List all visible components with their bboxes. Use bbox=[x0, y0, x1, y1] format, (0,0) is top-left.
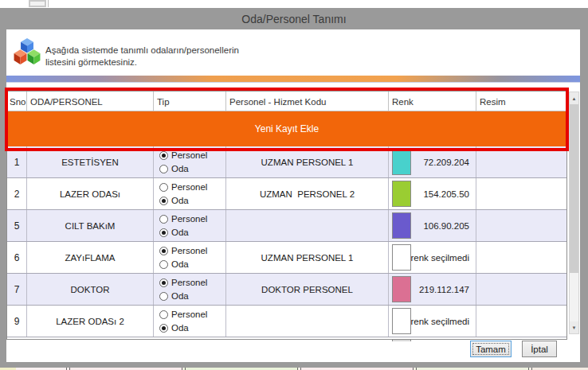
scrollbar-up-button[interactable]: ▲ bbox=[570, 92, 578, 104]
add-new-record-label: Yeni Kayıt Ekle bbox=[255, 123, 319, 134]
radio-label: Personel bbox=[171, 214, 207, 224]
tip-option-oda[interactable]: Oda bbox=[159, 290, 189, 302]
table-row[interactable]: 1ESTETİSYENPersonelOdaUZMAN PERSONEL 172… bbox=[7, 146, 566, 178]
cell-oda-personel: LAZER ODASı 2 bbox=[27, 306, 154, 337]
color-value-label: 72.209.204 bbox=[423, 158, 469, 167]
dialog-border-left bbox=[0, 29, 6, 368]
table-row[interactable]: 9LAZER ODASı 2PersonelOdarenk seçilmedi bbox=[7, 306, 566, 337]
cell-sno: 5 bbox=[7, 210, 27, 241]
cell-sno: 7 bbox=[7, 274, 27, 305]
cell-resim bbox=[476, 210, 568, 241]
cell-sno: 2 bbox=[7, 178, 27, 209]
radio-label: Oda bbox=[171, 196, 189, 205]
color-swatch[interactable] bbox=[392, 181, 411, 207]
color-value-label: 106.90.205 bbox=[423, 221, 469, 231]
radio-oda[interactable] bbox=[159, 165, 168, 173]
radio-label: Personel bbox=[171, 310, 207, 319]
radio-label: Oda bbox=[171, 259, 189, 269]
cell-hizmet-kodu: DOKTOR PERSONEL bbox=[226, 274, 389, 305]
radio-personel[interactable] bbox=[159, 151, 168, 160]
add-new-record-button[interactable]: Yeni Kayıt Ekle bbox=[7, 111, 566, 146]
dialog-title: Oda/Personel Tanımı bbox=[241, 13, 346, 25]
header-gradient-divider bbox=[6, 76, 580, 83]
radio-oda[interactable] bbox=[159, 292, 168, 301]
radio-label: Personel bbox=[171, 182, 207, 192]
cubes-icon bbox=[13, 37, 41, 66]
cell-hizmet-kodu: UZMAN PERSONEL 1 bbox=[226, 146, 389, 177]
radio-personel[interactable] bbox=[159, 247, 168, 255]
cell-resim bbox=[476, 306, 568, 337]
radio-oda[interactable] bbox=[159, 228, 168, 237]
radio-label: Personel bbox=[171, 150, 207, 160]
cell-tip: PersonelOda bbox=[154, 210, 226, 241]
radio-label: Oda bbox=[171, 228, 189, 237]
background-window-line bbox=[48, 0, 49, 7]
cancel-button-label: İptal bbox=[531, 345, 548, 354]
cell-renk: 154.205.50 bbox=[389, 178, 476, 209]
dialog-description: Aşağıda sistemde tanımlı odaların/person… bbox=[45, 45, 239, 68]
radio-personel[interactable] bbox=[159, 215, 168, 224]
column-header-sno: Sno bbox=[7, 92, 27, 111]
radio-oda[interactable] bbox=[159, 260, 168, 269]
background-window-fragment bbox=[29, 0, 46, 7]
tip-option-oda[interactable]: Oda bbox=[159, 163, 189, 175]
radio-label: Personel bbox=[171, 278, 207, 287]
room-personnel-table: Sno ODA/PERSONEL Tip Personel - Hizmet K… bbox=[6, 91, 567, 340]
radio-personel[interactable] bbox=[159, 183, 168, 192]
scrollbar-thumb[interactable] bbox=[570, 104, 578, 273]
color-swatch[interactable] bbox=[392, 212, 411, 239]
color-value-label: 154.205.50 bbox=[423, 189, 469, 199]
radio-personel[interactable] bbox=[159, 310, 168, 319]
radio-personel[interactable] bbox=[159, 278, 168, 287]
dialog-border-bottom bbox=[0, 362, 588, 368]
tip-option-personel[interactable]: Personel bbox=[159, 213, 207, 225]
cell-hizmet-kodu: UZMAN PERSONEL 2 bbox=[226, 178, 389, 209]
cell-renk: 219.112.147 bbox=[389, 274, 476, 305]
cell-tip: PersonelOda bbox=[154, 146, 226, 177]
cell-hizmet-kodu: UZMAN PERSONEL 1 bbox=[226, 242, 389, 273]
cell-renk: renk seçilmedi bbox=[389, 306, 476, 337]
table-row[interactable]: 7DOKTORPersonelOdaDOKTOR PERSONEL219.112… bbox=[7, 274, 566, 306]
tip-option-oda[interactable]: Oda bbox=[159, 227, 189, 239]
column-header-renk: Renk bbox=[389, 92, 476, 111]
cell-tip: PersonelOda bbox=[154, 274, 226, 305]
radio-oda[interactable] bbox=[159, 197, 168, 205]
column-header-hizmet-kodu: Personel - Hizmet Kodu bbox=[226, 92, 389, 111]
cell-sno: 1 bbox=[7, 146, 27, 177]
cancel-button[interactable]: İptal bbox=[522, 341, 557, 357]
radio-label: Oda bbox=[171, 291, 189, 301]
radio-oda[interactable] bbox=[159, 324, 168, 333]
cell-resim bbox=[476, 242, 568, 273]
ok-button-focus-outline bbox=[472, 343, 509, 355]
tip-option-personel[interactable]: Personel bbox=[159, 245, 207, 257]
cell-renk: renk seçilmedi bbox=[389, 242, 476, 273]
table-row[interactable]: 2LAZER ODASıPersonelOdaUZMAN PERSONEL 21… bbox=[7, 178, 566, 210]
radio-label: Oda bbox=[171, 164, 189, 173]
cell-oda-personel: ESTETİSYEN bbox=[27, 146, 154, 177]
tip-option-personel[interactable]: Personel bbox=[159, 277, 207, 289]
dialog-border-right bbox=[580, 29, 588, 368]
dialog-titlebar: Oda/Personel Tanımı bbox=[0, 8, 588, 29]
tip-option-personel[interactable]: Personel bbox=[159, 150, 207, 162]
table-row[interactable]: 5CILT BAKıMPersonelOda106.90.205 bbox=[7, 210, 566, 242]
tip-option-oda[interactable]: Oda bbox=[159, 259, 189, 271]
table-scrollbar[interactable]: ▲ ▼ bbox=[569, 92, 579, 334]
cell-sno: 6 bbox=[7, 242, 27, 273]
color-value-label: renk seçilmedi bbox=[411, 317, 470, 326]
tip-option-personel[interactable]: Personel bbox=[159, 181, 207, 193]
radio-label: Personel bbox=[171, 246, 207, 255]
color-swatch[interactable] bbox=[392, 276, 411, 302]
tip-option-personel[interactable]: Personel bbox=[159, 309, 207, 321]
column-header-oda-personel: ODA/PERSONEL bbox=[27, 92, 154, 111]
color-swatch[interactable] bbox=[392, 149, 411, 175]
tip-option-oda[interactable]: Oda bbox=[159, 322, 189, 334]
tip-option-oda[interactable]: Oda bbox=[159, 195, 189, 207]
ok-button[interactable]: Tamam bbox=[470, 341, 512, 357]
color-value-label: renk seçilmedi bbox=[411, 253, 470, 263]
color-swatch[interactable] bbox=[392, 244, 411, 271]
color-swatch[interactable] bbox=[392, 308, 411, 334]
table-row[interactable]: 6ZAYıFLAMAPersonelOdaUZMAN PERSONEL 1ren… bbox=[7, 242, 566, 274]
cell-hizmet-kodu bbox=[226, 210, 389, 241]
scrollbar-down-button[interactable]: ▼ bbox=[570, 321, 578, 333]
cell-resim bbox=[476, 146, 568, 177]
